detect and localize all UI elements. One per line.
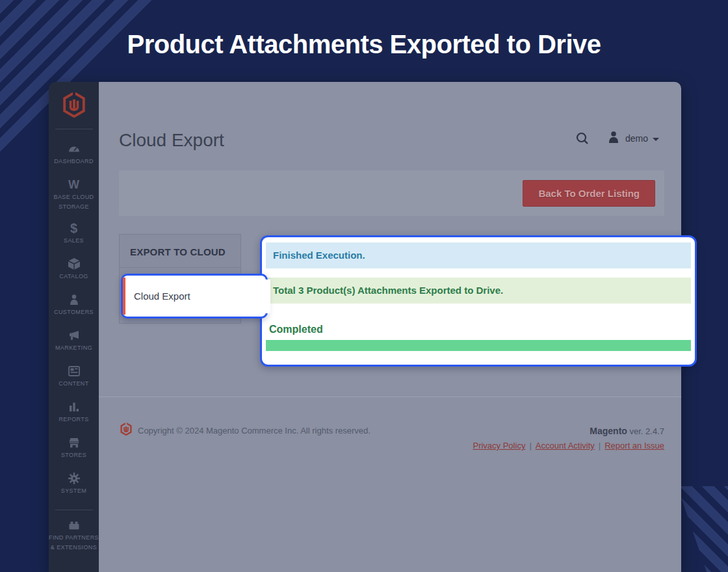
success-message: Total 3 Product(s) Attachments Exported …: [266, 278, 691, 304]
sidebar-item-reports[interactable]: REPORTS: [49, 400, 99, 425]
stores-icon: [49, 436, 99, 449]
sidebar-divider: [55, 129, 93, 129]
sidebar-item-content[interactable]: CONTENT: [49, 364, 99, 389]
brand-label: Magento: [590, 426, 627, 436]
sidebar-item-catalog[interactable]: CATALOG: [49, 257, 99, 282]
sidebar-item-marketing[interactable]: MARKETING: [49, 328, 99, 354]
tab-cloud-export[interactable]: Cloud Export: [121, 274, 268, 318]
content-icon: [49, 364, 99, 378]
active-tab-label: Cloud Export: [123, 291, 190, 302]
system-icon: [49, 471, 99, 485]
toolbar: Back To Order Listing: [119, 170, 664, 216]
sidebar-item-customers[interactable]: CUSTOMERS: [49, 292, 99, 318]
user-avatar-icon: [607, 130, 620, 147]
sidebar: DASHBOARD W BASE CLOUD STORAGE $ SALES C…: [49, 82, 99, 572]
export-result-callout: Finished Execution. Total 3 Product(s) A…: [260, 235, 697, 367]
info-message: Finished Execution.: [266, 242, 691, 268]
dashboard-icon: [49, 142, 99, 155]
account-activity-link[interactable]: Account Activity: [536, 441, 595, 450]
back-to-order-listing-button[interactable]: Back To Order Listing: [523, 180, 655, 207]
progress-bar-fill: [266, 340, 691, 351]
page-title: Product Attachments Exported to Drive: [0, 30, 728, 59]
sidebar-item-base-cloud-storage[interactable]: W BASE CLOUD STORAGE: [49, 177, 99, 211]
footer-links: Privacy Policy|Account Activity|Report a…: [473, 441, 664, 450]
magento-logo-icon[interactable]: [62, 92, 86, 120]
footer-magento-logo-icon: [120, 422, 132, 438]
sidebar-item-system[interactable]: SYSTEM: [49, 471, 99, 497]
sidebar-item-find-partners[interactable]: FIND PARTNERS & EXTENSIONS: [49, 518, 99, 551]
search-icon[interactable]: [575, 131, 590, 148]
find-partners-icon: [49, 518, 99, 532]
sidebar-item-sales[interactable]: $ SALES: [49, 221, 99, 246]
report-an-issue-link[interactable]: Report an Issue: [604, 441, 664, 450]
progress-label: Completed: [266, 324, 691, 335]
privacy-policy-link[interactable]: Privacy Policy: [473, 441, 525, 450]
sales-icon: $: [49, 221, 99, 235]
content-page-title: Cloud Export: [119, 130, 224, 151]
active-tab-accent: [123, 278, 125, 315]
username-label: demo: [625, 133, 648, 144]
sidebar-item-dashboard[interactable]: DASHBOARD: [49, 142, 99, 167]
reports-icon: [49, 400, 99, 413]
catalog-icon: [49, 257, 99, 270]
decorative-stripes-bottom-right: [677, 486, 728, 572]
marketing-icon: [49, 328, 99, 342]
sidebar-divider: [55, 510, 93, 510]
tabs-group-title: EXPORT TO CLOUD: [120, 235, 240, 268]
admin-footer: Copyright © 2024 Magento Commerce Inc. A…: [99, 396, 681, 572]
version-text: Magento ver. 2.4.7: [590, 426, 664, 436]
customers-icon: [49, 292, 99, 306]
user-menu-caret-icon: [653, 138, 659, 141]
copyright-text: Copyright © 2024 Magento Commerce Inc. A…: [138, 426, 370, 436]
user-menu[interactable]: demo: [607, 130, 659, 147]
sidebar-item-stores[interactable]: STORES: [49, 436, 99, 461]
callout-joint: [259, 280, 270, 313]
base-cloud-storage-icon: W: [49, 177, 99, 191]
